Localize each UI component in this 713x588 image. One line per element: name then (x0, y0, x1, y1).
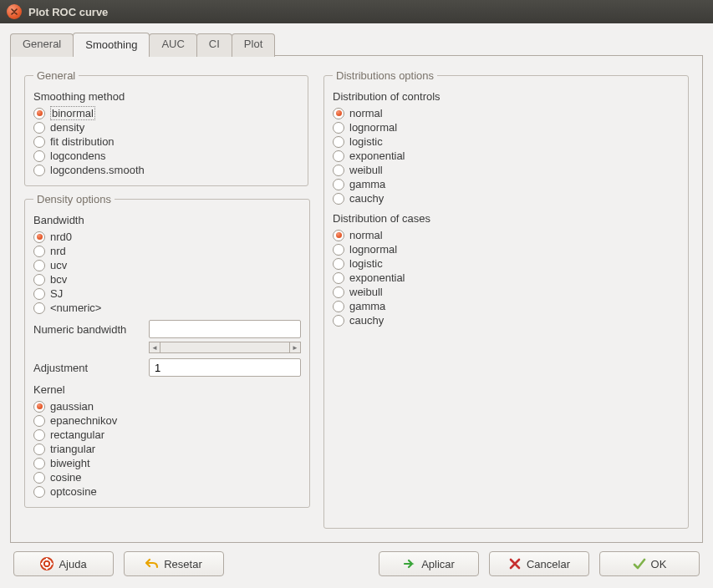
radio-cases-exponential[interactable]: exponential (333, 271, 680, 285)
adjustment-label: Adjustment (33, 362, 142, 374)
radio-icon (33, 150, 45, 162)
radio-icon (333, 179, 344, 190)
tab-ci[interactable]: CI (196, 33, 232, 57)
radio-icon (333, 315, 344, 327)
group-distributions-legend: Distributions options (333, 69, 437, 82)
radio-binormal[interactable]: binormal (33, 106, 299, 120)
help-button-label: Ajuda (59, 558, 86, 570)
svg-point-1 (44, 561, 49, 566)
radio-fit-distribution[interactable]: fit distribution (33, 134, 299, 149)
radio-numeric[interactable]: <numeric> (33, 301, 301, 315)
radio-icon (333, 272, 344, 284)
slider-right-icon[interactable]: ► (289, 342, 301, 353)
kernel-label: Kernel (33, 383, 301, 396)
radio-icon (333, 150, 344, 162)
radio-cases-lognormal[interactable]: lognormal (333, 242, 680, 256)
radio-triangular[interactable]: triangular (33, 442, 301, 456)
radio-icon (33, 231, 45, 243)
radio-ucv[interactable]: ucv (33, 258, 301, 272)
radio-icon (333, 122, 344, 134)
smoothing-method-label: Smoothing method (33, 90, 299, 103)
radio-controls-logistic[interactable]: logistic (333, 134, 680, 149)
slider-left-icon[interactable]: ◄ (149, 342, 160, 353)
radio-icon (33, 302, 45, 314)
ok-button-label: OK (651, 558, 667, 570)
radio-cosine[interactable]: cosine (33, 470, 301, 484)
radio-icon (33, 401, 45, 413)
tab-smoothing[interactable]: Smoothing (73, 33, 150, 56)
undo-icon (145, 557, 159, 570)
radio-cases-weibull[interactable]: weibull (333, 285, 680, 299)
radio-icon (33, 136, 45, 148)
slider-track[interactable] (160, 342, 289, 353)
tab-auc[interactable]: AUC (149, 33, 196, 57)
radio-optcosine[interactable]: optcosine (33, 484, 301, 499)
adjustment-input[interactable] (149, 358, 301, 377)
radio-cases-logistic[interactable]: logistic (333, 256, 680, 271)
radio-nrd0[interactable]: nrd0 (33, 230, 301, 244)
tab-plot[interactable]: Plot (232, 33, 275, 57)
tab-bar: General Smoothing AUC CI Plot (10, 32, 703, 56)
apply-button[interactable]: Aplicar (379, 551, 479, 576)
numeric-bandwidth-slider[interactable]: ◄ ► (149, 342, 301, 353)
radio-icon (333, 230, 344, 241)
radio-icon (333, 136, 344, 148)
radio-controls-exponential[interactable]: exponential (333, 149, 680, 163)
apply-button-label: Aplicar (421, 558, 455, 570)
radio-icon (33, 288, 45, 300)
radio-rectangular[interactable]: rectangular (33, 428, 301, 442)
radio-gaussian[interactable]: gaussian (33, 399, 301, 413)
radio-icon (33, 415, 45, 427)
help-icon (40, 557, 53, 570)
help-button[interactable]: Ajuda (13, 551, 114, 576)
radio-icon (333, 193, 344, 205)
radio-cases-normal[interactable]: normal (333, 228, 680, 242)
radio-controls-weibull[interactable]: weibull (333, 163, 680, 177)
reset-button[interactable]: Resetar (124, 551, 224, 576)
radio-cases-cauchy[interactable]: cauchy (333, 313, 680, 327)
radio-controls-normal[interactable]: normal (333, 106, 680, 120)
group-density: Density options Bandwidth nrd0 nrd ucv b… (24, 193, 310, 508)
group-density-legend: Density options (33, 193, 115, 205)
radio-cases-gamma[interactable]: gamma (333, 299, 680, 313)
cancel-icon (508, 557, 522, 570)
radio-controls-lognormal[interactable]: lognormal (333, 120, 680, 134)
radio-icon (33, 429, 45, 441)
reset-button-label: Resetar (164, 558, 202, 570)
radio-icon (333, 244, 344, 256)
radio-sj[interactable]: SJ (33, 286, 301, 301)
radio-logcondens-smooth[interactable]: logcondens.smooth (33, 163, 299, 177)
group-general: General Smoothing method binormal densit… (24, 69, 308, 186)
window-title: Plot ROC curve (28, 6, 108, 18)
bandwidth-label: Bandwidth (33, 214, 301, 226)
radio-controls-cauchy[interactable]: cauchy (333, 191, 680, 205)
cancel-button-label: Cancelar (527, 558, 570, 570)
radio-controls-gamma[interactable]: gamma (333, 177, 680, 191)
radio-icon (33, 486, 45, 498)
close-icon (11, 8, 18, 15)
tab-general[interactable]: General (10, 33, 74, 57)
numeric-bandwidth-input[interactable] (149, 320, 301, 338)
cases-dist-label: Distribution of cases (333, 212, 680, 225)
radio-icon (33, 165, 45, 176)
group-distributions: Distributions options Distribution of co… (323, 69, 689, 529)
radio-icon (333, 301, 344, 312)
radio-icon (33, 260, 45, 271)
radio-icon (333, 258, 344, 270)
radio-epanechnikov[interactable]: epanechnikov (33, 413, 301, 428)
radio-bcv[interactable]: bcv (33, 272, 301, 286)
cancel-button[interactable]: Cancelar (489, 551, 589, 576)
radio-icon (33, 108, 45, 119)
numeric-bandwidth-label: Numeric bandwidth (33, 323, 142, 336)
titlebar: Plot ROC curve (0, 0, 713, 23)
radio-icon (33, 472, 45, 484)
button-bar: Ajuda Resetar Aplicar Cancelar OK (10, 543, 703, 581)
radio-icon (33, 458, 45, 469)
radio-logcondens[interactable]: logcondens (33, 149, 299, 163)
close-button[interactable] (7, 4, 22, 19)
ok-button[interactable]: OK (599, 551, 700, 576)
radio-density[interactable]: density (33, 120, 299, 134)
radio-icon (33, 122, 45, 134)
radio-nrd[interactable]: nrd (33, 244, 301, 258)
radio-biweight[interactable]: biweight (33, 456, 301, 470)
